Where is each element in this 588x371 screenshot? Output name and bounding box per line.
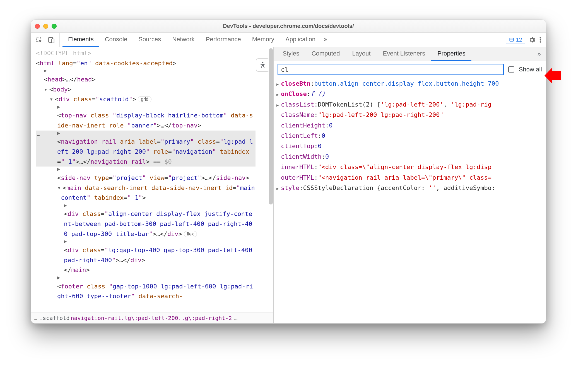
- property-key: clientHeight: [281, 120, 325, 131]
- breadcrumb-item[interactable]: .scaffold: [39, 315, 69, 321]
- tab-memory[interactable]: Memory: [247, 33, 280, 47]
- property-key: onClose: [281, 89, 307, 99]
- property-row: outerHTML: "<navigation-rail aria-label=…: [276, 172, 542, 183]
- show-all-checkbox[interactable]: [508, 66, 514, 73]
- elements-panel: <!DOCTYPE html> <html lang="en" data-coo…: [31, 47, 274, 323]
- tab-performance[interactable]: Performance: [200, 33, 247, 47]
- tab-application[interactable]: Application: [280, 33, 321, 47]
- property-value: DOMTokenList(2) ['lg:pad-left-200', 'lg:…: [318, 99, 491, 110]
- svg-point-5: [540, 39, 541, 40]
- property-value: 0: [322, 131, 325, 141]
- breadcrumb-item-selected[interactable]: navigation-rail.lg\:pad-left-200.lg\:pad…: [71, 315, 232, 321]
- annotation-arrow-icon: [544, 68, 561, 85]
- more-options-button[interactable]: [539, 36, 541, 44]
- svg-rect-2: [52, 39, 54, 43]
- property-key: clientWidth: [281, 151, 322, 162]
- panels-container: <!DOCTYPE html> <html lang="en" data-coo…: [31, 47, 546, 323]
- flex-badge[interactable]: flex: [184, 231, 197, 237]
- gear-icon: [529, 36, 536, 44]
- window-titlebar: DevTools - developer.chrome.com/docs/dev…: [31, 20, 546, 33]
- property-row[interactable]: style: CSSStyleDeclaration {accentColor:…: [276, 183, 542, 193]
- dom-row[interactable]: <footer class="gap-top-1000 lg:pad-left-…: [36, 275, 256, 301]
- property-value: CSSStyleDeclaration {accentColor: '', ad…: [303, 183, 495, 193]
- dom-row[interactable]: <html lang="en" data-cookies-accepted>: [36, 58, 256, 68]
- breadcrumbs[interactable]: … .scaffold navigation-rail.lg\:pad-left…: [31, 312, 273, 323]
- property-row[interactable]: onClose: f (): [276, 89, 542, 99]
- property-key: closeBtn: [281, 78, 310, 89]
- property-row: clientTop: 0: [276, 141, 542, 151]
- expand-triangle-icon[interactable]: [276, 91, 281, 98]
- breadcrumb-ellipsis-right: …: [233, 315, 238, 321]
- inspect-element-icon[interactable]: [35, 36, 43, 44]
- property-value: f (): [310, 89, 325, 99]
- main-toolbar: Elements Console Sources Network Perform…: [31, 33, 546, 47]
- dom-row[interactable]: <div class="lg:gap-top-400 gap-top-300 p…: [36, 239, 256, 265]
- dom-row[interactable]: <top-nav class="display-block hairline-b…: [36, 104, 256, 131]
- dom-row[interactable]: </main>: [36, 265, 256, 275]
- property-key: outerHTML: [281, 172, 314, 183]
- svg-rect-3: [510, 38, 513, 41]
- tab-elements[interactable]: Elements: [62, 33, 99, 47]
- dom-row[interactable]: <div class="scaffold">grid: [36, 94, 256, 104]
- property-key: clientTop: [281, 141, 314, 151]
- property-row: clientHeight: 0: [276, 120, 542, 131]
- more-subtabs-button[interactable]: »: [535, 47, 543, 61]
- dom-row[interactable]: <!DOCTYPE html>: [36, 48, 256, 58]
- property-value: "<navigation-rail aria-label=\"primary\"…: [318, 172, 491, 183]
- breadcrumb-ellipsis-left[interactable]: …: [33, 315, 38, 321]
- svg-point-6: [540, 41, 541, 43]
- subtab-layout[interactable]: Layout: [346, 47, 377, 61]
- grid-badge[interactable]: grid: [138, 96, 151, 102]
- dom-row[interactable]: <div class="align-center display-flex ju…: [36, 203, 256, 239]
- subtab-properties[interactable]: Properties: [431, 47, 471, 61]
- property-key: className: [281, 110, 314, 120]
- property-value: 0: [325, 151, 329, 162]
- dom-row[interactable]: <head>…</head>: [36, 68, 256, 84]
- kebab-icon: [539, 36, 541, 44]
- issues-count-value: 12: [516, 37, 522, 43]
- more-tabs-button[interactable]: »: [321, 33, 330, 47]
- property-row: innerHTML: "<div class=\"align-center di…: [276, 162, 542, 172]
- svg-point-4: [540, 37, 541, 38]
- subtab-styles[interactable]: Styles: [276, 47, 305, 61]
- property-row: clientWidth: 0: [276, 151, 542, 162]
- settings-button[interactable]: [529, 36, 536, 44]
- subtab-computed[interactable]: Computed: [305, 47, 346, 61]
- property-value: 0: [329, 120, 332, 131]
- window-title: DevTools - developer.chrome.com/docs/dev…: [31, 23, 546, 29]
- expand-triangle-icon[interactable]: [276, 186, 281, 192]
- tab-console[interactable]: Console: [99, 33, 133, 47]
- dom-row[interactable]: <side-nav type="project" view="project">…: [36, 167, 256, 183]
- properties-filter-input[interactable]: [278, 64, 504, 75]
- issues-icon: [509, 37, 514, 43]
- property-row[interactable]: classList: DOMTokenList(2) ['lg:pad-left…: [276, 99, 542, 110]
- properties-filter-row: Show all: [274, 61, 546, 78]
- sidebar-pane: Styles Computed Layout Event Listeners P…: [274, 47, 546, 323]
- tab-sources[interactable]: Sources: [133, 33, 167, 47]
- property-key: style: [281, 183, 299, 193]
- properties-list: closeBtn: button.align-center.display-fl…: [274, 78, 546, 323]
- property-row: className: "lg:pad-left-200 lg:pad-right…: [276, 110, 542, 120]
- property-value: button.align-center.display-flex.button.…: [314, 78, 499, 89]
- property-key: innerHTML: [281, 162, 314, 172]
- expand-triangle-icon[interactable]: [276, 102, 281, 109]
- property-row[interactable]: closeBtn: button.align-center.display-fl…: [276, 78, 542, 89]
- dom-row-selected[interactable]: ⋯ <navigation-rail aria-label="primary" …: [36, 131, 256, 167]
- dom-row[interactable]: <main data-search-inert data-side-nav-in…: [36, 183, 256, 203]
- dom-row[interactable]: <body>: [36, 85, 256, 95]
- row-actions-icon[interactable]: ⋯: [36, 131, 41, 141]
- property-value: "lg:pad-left-200 lg:pad-right-200": [318, 110, 443, 120]
- property-key: clientLeft: [281, 131, 318, 141]
- devtools-window: DevTools - developer.chrome.com/docs/dev…: [31, 20, 546, 324]
- sidebar-tabs: Styles Computed Layout Event Listeners P…: [274, 47, 546, 61]
- property-row: clientLeft: 0: [276, 131, 542, 141]
- dom-tree[interactable]: <!DOCTYPE html> <html lang="en" data-coo…: [31, 47, 273, 312]
- subtab-event-listeners[interactable]: Event Listeners: [377, 47, 432, 61]
- issues-counter[interactable]: 12: [506, 36, 525, 44]
- device-toolbar-icon[interactable]: [48, 36, 55, 44]
- tab-network[interactable]: Network: [167, 33, 200, 47]
- property-key: classList: [281, 99, 314, 110]
- property-value: 0: [318, 141, 321, 151]
- expand-triangle-icon[interactable]: [276, 81, 281, 88]
- panel-tabs: Elements Console Sources Network Perform…: [60, 33, 501, 47]
